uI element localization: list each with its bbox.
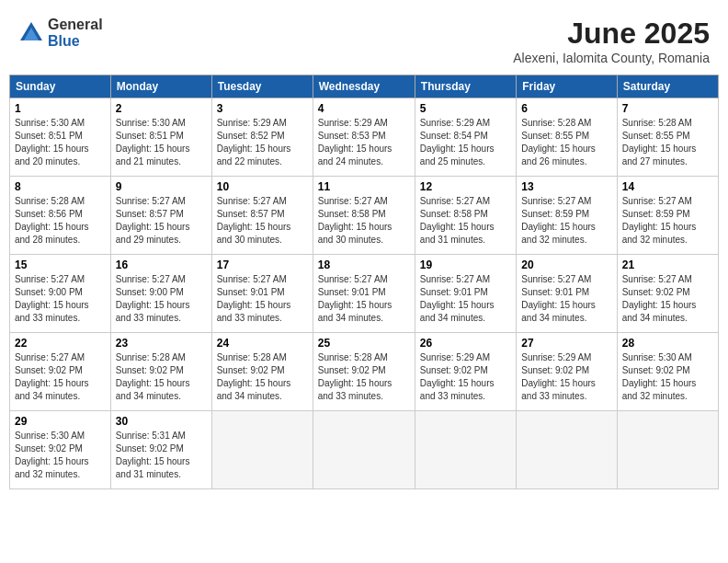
col-sunday: Sunday (10, 75, 111, 98)
calendar-cell: 8Sunrise: 5:28 AM Sunset: 8:56 PM Daylig… (10, 177, 111, 255)
day-info: Sunrise: 5:27 AM Sunset: 8:59 PM Dayligh… (521, 195, 611, 247)
day-number: 24 (217, 337, 308, 350)
calendar-cell: 13Sunrise: 5:27 AM Sunset: 8:59 PM Dayli… (517, 177, 617, 255)
calendar-cell: 28Sunrise: 5:30 AM Sunset: 9:02 PM Dayli… (617, 333, 718, 411)
day-info: Sunrise: 5:27 AM Sunset: 8:57 PM Dayligh… (217, 195, 308, 247)
calendar-cell (415, 411, 516, 489)
day-number: 30 (116, 415, 207, 428)
calendar-cell: 27Sunrise: 5:29 AM Sunset: 9:02 PM Dayli… (517, 333, 617, 411)
col-saturday: Saturday (617, 75, 718, 98)
calendar-cell: 1Sunrise: 5:30 AM Sunset: 8:51 PM Daylig… (10, 98, 111, 177)
day-info: Sunrise: 5:28 AM Sunset: 8:55 PM Dayligh… (521, 117, 611, 168)
day-number: 26 (420, 337, 511, 350)
day-info: Sunrise: 5:27 AM Sunset: 9:02 PM Dayligh… (15, 351, 106, 403)
subtitle: Alexeni, Ialomita County, Romania (513, 51, 710, 65)
day-info: Sunrise: 5:27 AM Sunset: 9:01 PM Dayligh… (217, 273, 308, 325)
calendar-cell: 2Sunrise: 5:30 AM Sunset: 8:51 PM Daylig… (110, 98, 211, 177)
logo: General Blue (18, 17, 103, 49)
day-info: Sunrise: 5:27 AM Sunset: 9:01 PM Dayligh… (521, 273, 611, 325)
col-wednesday: Wednesday (313, 75, 415, 98)
calendar-cell: 24Sunrise: 5:28 AM Sunset: 9:02 PM Dayli… (211, 333, 313, 411)
calendar-cell: 22Sunrise: 5:27 AM Sunset: 9:02 PM Dayli… (10, 333, 111, 411)
calendar-cell: 26Sunrise: 5:29 AM Sunset: 9:02 PM Dayli… (415, 333, 516, 411)
day-number: 29 (15, 415, 106, 428)
day-info: Sunrise: 5:29 AM Sunset: 9:02 PM Dayligh… (420, 351, 511, 403)
day-info: Sunrise: 5:27 AM Sunset: 9:01 PM Dayligh… (420, 273, 511, 325)
calendar-row: 15Sunrise: 5:27 AM Sunset: 9:00 PM Dayli… (10, 255, 719, 333)
day-number: 17 (217, 259, 308, 271)
calendar-cell: 16Sunrise: 5:27 AM Sunset: 9:00 PM Dayli… (110, 255, 211, 333)
day-info: Sunrise: 5:30 AM Sunset: 9:02 PM Dayligh… (622, 351, 713, 403)
day-number: 3 (217, 102, 308, 115)
logo-icon (18, 20, 44, 46)
calendar-cell: 29Sunrise: 5:30 AM Sunset: 9:02 PM Dayli… (10, 411, 111, 489)
col-thursday: Thursday (415, 75, 516, 98)
day-number: 23 (116, 337, 207, 350)
day-info: Sunrise: 5:27 AM Sunset: 9:02 PM Dayligh… (622, 273, 713, 325)
calendar-cell: 3Sunrise: 5:29 AM Sunset: 8:52 PM Daylig… (211, 98, 313, 177)
day-number: 18 (318, 259, 410, 271)
calendar: Sunday Monday Tuesday Wednesday Thursday… (9, 75, 719, 489)
calendar-cell: 17Sunrise: 5:27 AM Sunset: 9:01 PM Dayli… (211, 255, 313, 333)
calendar-cell: 4Sunrise: 5:29 AM Sunset: 8:53 PM Daylig… (313, 98, 415, 177)
day-number: 20 (521, 259, 611, 271)
day-number: 10 (217, 180, 308, 193)
calendar-cell: 18Sunrise: 5:27 AM Sunset: 9:01 PM Dayli… (313, 255, 415, 333)
day-number: 1 (15, 102, 106, 115)
calendar-row: 8Sunrise: 5:28 AM Sunset: 8:56 PM Daylig… (10, 177, 719, 255)
day-number: 28 (622, 337, 713, 350)
calendar-header-row: Sunday Monday Tuesday Wednesday Thursday… (10, 75, 719, 98)
day-info: Sunrise: 5:27 AM Sunset: 9:00 PM Dayligh… (15, 273, 106, 325)
calendar-cell: 15Sunrise: 5:27 AM Sunset: 9:00 PM Dayli… (10, 255, 111, 333)
day-info: Sunrise: 5:28 AM Sunset: 9:02 PM Dayligh… (318, 351, 410, 403)
day-info: Sunrise: 5:31 AM Sunset: 9:02 PM Dayligh… (116, 430, 207, 481)
day-number: 8 (15, 180, 106, 193)
calendar-row: 22Sunrise: 5:27 AM Sunset: 9:02 PM Dayli… (10, 333, 719, 411)
day-info: Sunrise: 5:27 AM Sunset: 8:58 PM Dayligh… (318, 195, 410, 247)
day-number: 4 (318, 102, 410, 115)
day-number: 6 (521, 102, 611, 115)
calendar-cell: 19Sunrise: 5:27 AM Sunset: 9:01 PM Dayli… (415, 255, 516, 333)
calendar-cell: 12Sunrise: 5:27 AM Sunset: 8:58 PM Dayli… (415, 177, 516, 255)
day-number: 2 (116, 102, 207, 115)
day-info: Sunrise: 5:29 AM Sunset: 8:54 PM Dayligh… (420, 117, 511, 168)
calendar-cell: 9Sunrise: 5:27 AM Sunset: 8:57 PM Daylig… (110, 177, 211, 255)
day-number: 13 (521, 180, 611, 193)
day-number: 19 (420, 259, 511, 271)
day-info: Sunrise: 5:28 AM Sunset: 8:56 PM Dayligh… (15, 195, 106, 247)
day-info: Sunrise: 5:29 AM Sunset: 8:52 PM Dayligh… (217, 117, 308, 168)
day-info: Sunrise: 5:28 AM Sunset: 8:55 PM Dayligh… (622, 117, 713, 168)
day-info: Sunrise: 5:27 AM Sunset: 8:57 PM Dayligh… (116, 195, 207, 247)
calendar-cell: 21Sunrise: 5:27 AM Sunset: 9:02 PM Dayli… (617, 255, 718, 333)
day-info: Sunrise: 5:27 AM Sunset: 8:58 PM Dayligh… (420, 195, 511, 247)
calendar-cell: 14Sunrise: 5:27 AM Sunset: 8:59 PM Dayli… (617, 177, 718, 255)
day-number: 7 (622, 102, 713, 115)
col-tuesday: Tuesday (211, 75, 313, 98)
day-info: Sunrise: 5:29 AM Sunset: 9:02 PM Dayligh… (521, 351, 611, 403)
calendar-cell (617, 411, 718, 489)
day-number: 5 (420, 102, 511, 115)
col-monday: Monday (110, 75, 211, 98)
day-info: Sunrise: 5:27 AM Sunset: 9:00 PM Dayligh… (116, 273, 207, 325)
logo-blue: Blue (48, 33, 103, 50)
calendar-cell (517, 411, 617, 489)
calendar-cell: 30Sunrise: 5:31 AM Sunset: 9:02 PM Dayli… (110, 411, 211, 489)
calendar-cell: 23Sunrise: 5:28 AM Sunset: 9:02 PM Dayli… (110, 333, 211, 411)
day-info: Sunrise: 5:27 AM Sunset: 9:01 PM Dayligh… (318, 273, 410, 325)
calendar-cell (211, 411, 313, 489)
calendar-cell (313, 411, 415, 489)
day-info: Sunrise: 5:27 AM Sunset: 8:59 PM Dayligh… (622, 195, 713, 247)
main-title: June 2025 (513, 17, 710, 51)
day-number: 15 (15, 259, 106, 271)
col-friday: Friday (517, 75, 617, 98)
logo-text: General Blue (48, 17, 103, 49)
day-info: Sunrise: 5:28 AM Sunset: 9:02 PM Dayligh… (217, 351, 308, 403)
calendar-row: 1Sunrise: 5:30 AM Sunset: 8:51 PM Daylig… (10, 98, 719, 177)
calendar-cell: 11Sunrise: 5:27 AM Sunset: 8:58 PM Dayli… (313, 177, 415, 255)
logo-general: General (48, 17, 103, 33)
calendar-cell: 20Sunrise: 5:27 AM Sunset: 9:01 PM Dayli… (517, 255, 617, 333)
day-number: 21 (622, 259, 713, 271)
day-number: 22 (15, 337, 106, 350)
day-number: 11 (318, 180, 410, 193)
day-number: 14 (622, 180, 713, 193)
